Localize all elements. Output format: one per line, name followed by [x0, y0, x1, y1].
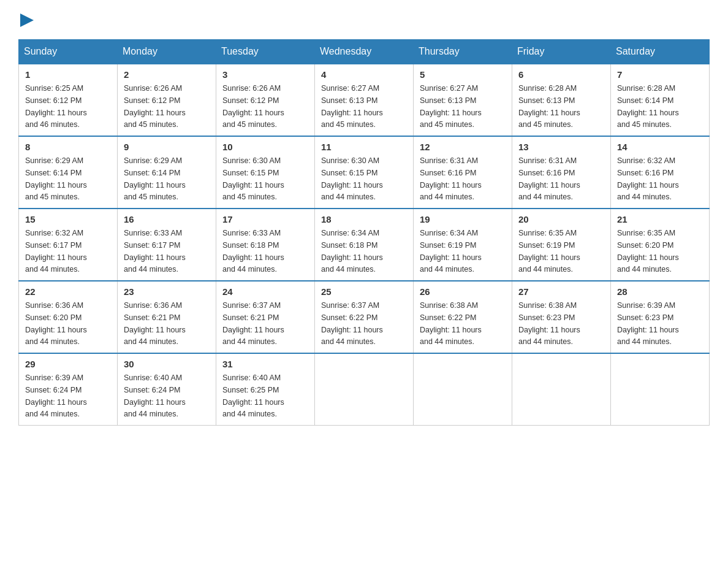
- day-number: 1: [25, 69, 111, 80]
- day-info: Sunrise: 6:28 AMSunset: 6:14 PMDaylight:…: [617, 84, 679, 129]
- header-friday: Friday: [512, 40, 611, 64]
- table-row: 16 Sunrise: 6:33 AMSunset: 6:17 PMDaylig…: [118, 209, 216, 281]
- day-info: Sunrise: 6:31 AMSunset: 6:16 PMDaylight:…: [518, 156, 580, 201]
- table-row: 18 Sunrise: 6:34 AMSunset: 6:18 PMDaylig…: [315, 209, 414, 281]
- week-row-4: 22 Sunrise: 6:36 AMSunset: 6:20 PMDaylig…: [19, 281, 710, 353]
- day-info: Sunrise: 6:27 AMSunset: 6:13 PMDaylight:…: [420, 84, 482, 129]
- table-row: 12 Sunrise: 6:31 AMSunset: 6:16 PMDaylig…: [414, 136, 512, 209]
- day-number: 6: [518, 69, 604, 80]
- table-row: 11 Sunrise: 6:30 AMSunset: 6:15 PMDaylig…: [315, 136, 414, 209]
- table-row: 5 Sunrise: 6:27 AMSunset: 6:13 PMDayligh…: [414, 64, 512, 136]
- week-row-5: 29 Sunrise: 6:39 AMSunset: 6:24 PMDaylig…: [19, 353, 710, 426]
- table-row: 25 Sunrise: 6:37 AMSunset: 6:22 PMDaylig…: [315, 281, 414, 353]
- day-number: 18: [321, 214, 407, 224]
- table-row: [315, 353, 414, 426]
- day-number: 12: [420, 142, 506, 152]
- day-number: 29: [25, 359, 111, 369]
- table-row: 26 Sunrise: 6:38 AMSunset: 6:22 PMDaylig…: [414, 281, 512, 353]
- week-row-2: 8 Sunrise: 6:29 AMSunset: 6:14 PMDayligh…: [19, 136, 710, 209]
- day-info: Sunrise: 6:27 AMSunset: 6:13 PMDaylight:…: [321, 84, 383, 129]
- table-row: 31 Sunrise: 6:40 AMSunset: 6:25 PMDaylig…: [216, 353, 315, 426]
- day-number: 22: [25, 286, 111, 297]
- week-row-1: 1 Sunrise: 6:25 AMSunset: 6:12 PMDayligh…: [19, 64, 710, 136]
- day-number: 17: [222, 214, 308, 224]
- day-number: 21: [617, 214, 703, 224]
- table-row: 6 Sunrise: 6:28 AMSunset: 6:13 PMDayligh…: [512, 64, 611, 136]
- table-row: 9 Sunrise: 6:29 AMSunset: 6:14 PMDayligh…: [118, 136, 216, 209]
- header-row: SundayMondayTuesdayWednesdayThursdayFrid…: [19, 40, 710, 64]
- day-number: 2: [124, 69, 210, 80]
- table-row: 24 Sunrise: 6:37 AMSunset: 6:21 PMDaylig…: [216, 281, 315, 353]
- calendar-table: SundayMondayTuesdayWednesdayThursdayFrid…: [18, 39, 710, 426]
- svg-marker-0: [20, 13, 34, 27]
- day-number: 9: [124, 142, 210, 152]
- week-row-3: 15 Sunrise: 6:32 AMSunset: 6:17 PMDaylig…: [19, 209, 710, 281]
- day-info: Sunrise: 6:31 AMSunset: 6:16 PMDaylight:…: [420, 156, 482, 201]
- day-number: 30: [124, 359, 210, 369]
- day-number: 31: [222, 359, 308, 369]
- day-number: 8: [25, 142, 111, 152]
- day-info: Sunrise: 6:28 AMSunset: 6:13 PMDaylight:…: [518, 84, 580, 129]
- day-info: Sunrise: 6:25 AMSunset: 6:12 PMDaylight:…: [25, 84, 87, 129]
- day-number: 23: [124, 286, 210, 297]
- day-number: 15: [25, 214, 111, 224]
- day-number: 5: [420, 69, 506, 80]
- day-info: Sunrise: 6:39 AMSunset: 6:23 PMDaylight:…: [617, 301, 679, 346]
- day-number: 28: [617, 286, 703, 297]
- day-number: 14: [617, 142, 703, 152]
- table-row: 7 Sunrise: 6:28 AMSunset: 6:14 PMDayligh…: [611, 64, 710, 136]
- day-number: 3: [222, 69, 308, 80]
- day-number: 25: [321, 286, 407, 297]
- table-row: 19 Sunrise: 6:34 AMSunset: 6:19 PMDaylig…: [414, 209, 512, 281]
- table-row: 30 Sunrise: 6:40 AMSunset: 6:24 PMDaylig…: [118, 353, 216, 426]
- day-number: 24: [222, 286, 308, 297]
- header-tuesday: Tuesday: [216, 40, 315, 64]
- logo: [18, 12, 34, 27]
- day-info: Sunrise: 6:35 AMSunset: 6:19 PMDaylight:…: [518, 229, 580, 274]
- day-info: Sunrise: 6:40 AMSunset: 6:24 PMDaylight:…: [124, 373, 186, 418]
- day-info: Sunrise: 6:30 AMSunset: 6:15 PMDaylight:…: [222, 156, 284, 201]
- day-info: Sunrise: 6:40 AMSunset: 6:25 PMDaylight:…: [222, 373, 284, 418]
- table-row: 14 Sunrise: 6:32 AMSunset: 6:16 PMDaylig…: [611, 136, 710, 209]
- header-monday: Monday: [118, 40, 216, 64]
- day-info: Sunrise: 6:26 AMSunset: 6:12 PMDaylight:…: [222, 84, 284, 129]
- table-row: 4 Sunrise: 6:27 AMSunset: 6:13 PMDayligh…: [315, 64, 414, 136]
- header-saturday: Saturday: [611, 40, 710, 64]
- day-number: 27: [518, 286, 604, 297]
- table-row: 13 Sunrise: 6:31 AMSunset: 6:16 PMDaylig…: [512, 136, 611, 209]
- day-info: Sunrise: 6:39 AMSunset: 6:24 PMDaylight:…: [25, 373, 87, 418]
- logo-triangle-icon: [20, 13, 34, 27]
- header-thursday: Thursday: [414, 40, 512, 64]
- day-info: Sunrise: 6:38 AMSunset: 6:22 PMDaylight:…: [420, 301, 482, 346]
- table-row: 1 Sunrise: 6:25 AMSunset: 6:12 PMDayligh…: [19, 64, 118, 136]
- table-row: 29 Sunrise: 6:39 AMSunset: 6:24 PMDaylig…: [19, 353, 118, 426]
- table-row: [512, 353, 611, 426]
- day-info: Sunrise: 6:32 AMSunset: 6:17 PMDaylight:…: [25, 229, 87, 274]
- table-row: [611, 353, 710, 426]
- table-row: 22 Sunrise: 6:36 AMSunset: 6:20 PMDaylig…: [19, 281, 118, 353]
- day-info: Sunrise: 6:33 AMSunset: 6:17 PMDaylight:…: [124, 229, 186, 274]
- day-info: Sunrise: 6:36 AMSunset: 6:21 PMDaylight:…: [124, 301, 186, 346]
- table-row: 23 Sunrise: 6:36 AMSunset: 6:21 PMDaylig…: [118, 281, 216, 353]
- day-number: 10: [222, 142, 308, 152]
- table-row: 3 Sunrise: 6:26 AMSunset: 6:12 PMDayligh…: [216, 64, 315, 136]
- day-info: Sunrise: 6:37 AMSunset: 6:21 PMDaylight:…: [222, 301, 284, 346]
- table-row: 21 Sunrise: 6:35 AMSunset: 6:20 PMDaylig…: [611, 209, 710, 281]
- table-row: 8 Sunrise: 6:29 AMSunset: 6:14 PMDayligh…: [19, 136, 118, 209]
- table-row: [414, 353, 512, 426]
- day-info: Sunrise: 6:37 AMSunset: 6:22 PMDaylight:…: [321, 301, 383, 346]
- day-number: 20: [518, 214, 604, 224]
- day-info: Sunrise: 6:33 AMSunset: 6:18 PMDaylight:…: [222, 229, 284, 274]
- day-info: Sunrise: 6:30 AMSunset: 6:15 PMDaylight:…: [321, 156, 383, 201]
- header-wednesday: Wednesday: [315, 40, 414, 64]
- day-number: 16: [124, 214, 210, 224]
- day-number: 26: [420, 286, 506, 297]
- table-row: 28 Sunrise: 6:39 AMSunset: 6:23 PMDaylig…: [611, 281, 710, 353]
- header-sunday: Sunday: [19, 40, 118, 64]
- day-info: Sunrise: 6:38 AMSunset: 6:23 PMDaylight:…: [518, 301, 580, 346]
- day-info: Sunrise: 6:34 AMSunset: 6:19 PMDaylight:…: [420, 229, 482, 274]
- table-row: 10 Sunrise: 6:30 AMSunset: 6:15 PMDaylig…: [216, 136, 315, 209]
- page-header: [18, 12, 710, 27]
- table-row: 17 Sunrise: 6:33 AMSunset: 6:18 PMDaylig…: [216, 209, 315, 281]
- day-number: 7: [617, 69, 703, 80]
